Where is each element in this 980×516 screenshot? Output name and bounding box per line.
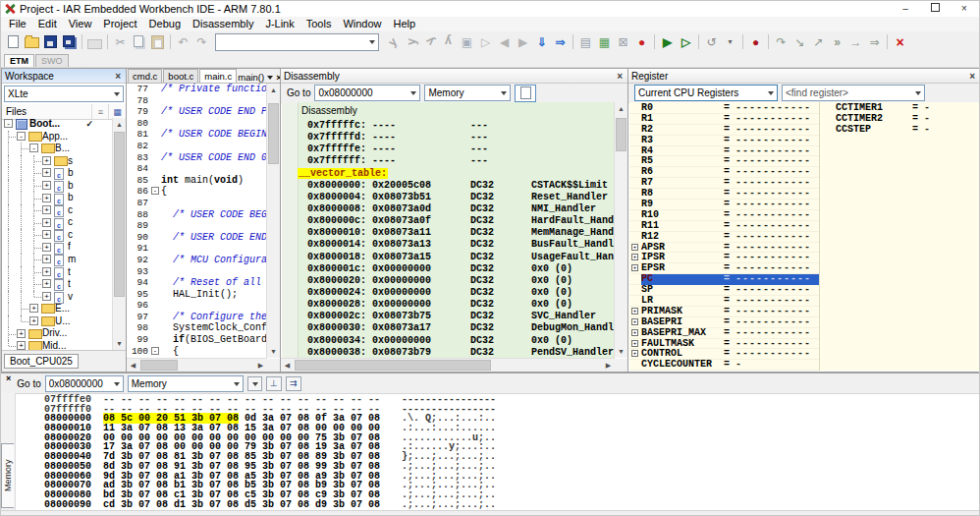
tree-collapse-icon[interactable]: -: [17, 132, 26, 141]
register-row[interactable]: R3=-----------: [629, 136, 819, 146]
reset-icon[interactable]: ↺: [703, 33, 720, 50]
tree-expand-icon[interactable]: +: [42, 218, 51, 227]
fold-collapse-icon[interactable]: -: [151, 347, 159, 355]
register-row[interactable]: CCSTEP=-: [820, 125, 979, 136]
disassembly-row[interactable]: 0x8000018: 0x08073a15DC32UsageFault_Han: [298, 252, 615, 263]
expand-plus-icon[interactable]: +: [631, 350, 638, 357]
save-icon[interactable]: [42, 33, 59, 50]
tree-collapse-icon[interactable]: -: [29, 143, 38, 152]
register-group-combo[interactable]: Current CPU Registers: [634, 85, 778, 101]
disassembly-row[interactable]: 0x800000c: 0x08073a0fDC32HardFault_Hand: [298, 215, 615, 227]
tree-item[interactable]: +m: [3, 254, 113, 266]
stop-led-icon[interactable]: ●: [633, 33, 650, 50]
editor-line[interactable]: 96: [128, 300, 267, 312]
menu-item-file[interactable]: File: [3, 17, 32, 31]
disassembly-mode-combo[interactable]: Memory: [424, 85, 511, 101]
register-row[interactable]: CYCLECOUNTER=-: [629, 360, 819, 371]
tab-etm[interactable]: ETM: [4, 54, 34, 67]
find-register-combo[interactable]: <find register>: [782, 85, 925, 101]
tree-item[interactable]: +b: [3, 167, 113, 180]
tree-item[interactable]: +t: [3, 266, 113, 279]
download-debug-icon[interactable]: ▶: [659, 33, 676, 50]
open-file-icon[interactable]: [24, 33, 40, 50]
disassembly-row[interactable]: 0x7fffffe: -------: [298, 143, 615, 155]
scroll-thumb[interactable]: [616, 118, 626, 151]
editor-line[interactable]: 85int main(void): [128, 175, 267, 187]
editor-line[interactable]: 90 /* USER CODE END: [128, 232, 267, 244]
bar-arrow-icon[interactable]: ⊥: [266, 376, 282, 391]
tree-expand-icon[interactable]: +: [42, 181, 51, 190]
go-icon[interactable]: ⇒: [866, 33, 883, 50]
redo-icon[interactable]: ↷: [193, 33, 210, 50]
editor-line[interactable]: 78: [128, 95, 267, 107]
tree-expand-icon[interactable]: +: [42, 279, 51, 288]
window-grid-icon[interactable]: ▣: [459, 33, 475, 50]
tree-item[interactable]: +Driv...: [3, 327, 113, 340]
download-build-icon[interactable]: ⇒: [552, 33, 569, 50]
next-statement-icon[interactable]: »: [829, 33, 845, 50]
expand-plus-icon[interactable]: +: [631, 329, 638, 336]
scroll-down-icon[interactable]: ▼: [267, 345, 280, 358]
tree-item[interactable]: +b: [3, 192, 113, 204]
print-icon[interactable]: [86, 33, 103, 50]
workspace-scrollbar[interactable]: ▲ ▼: [112, 118, 126, 350]
disassembly-row[interactable]: 0x8000030: 0x08073a17DC32DebugMon_Handl: [298, 322, 615, 334]
tree-item[interactable]: -App...: [3, 131, 113, 143]
disassembly-vertical-scrollbar[interactable]: ▲ ▼: [614, 102, 627, 358]
menu-item-window[interactable]: Window: [337, 17, 387, 31]
multi-block-icon[interactable]: ▦: [596, 33, 613, 50]
tree-expand-icon[interactable]: +: [42, 292, 51, 301]
disassembly-row[interactable]: 0x8000008: 0x08073a0dDC32NMI_Handler: [298, 203, 615, 215]
editor-line[interactable]: 87: [128, 198, 267, 209]
disassembly-row[interactable]: 0x8000034: 0x00000000DC320x0 (0): [298, 335, 615, 347]
file-edit-icon[interactable]: ▤: [577, 33, 594, 50]
maximize-button[interactable]: [920, 1, 950, 17]
disassembly-goto-combo[interactable]: 0x08000000: [314, 85, 420, 101]
menu-item-disassembly[interactable]: Disassembly: [187, 17, 259, 31]
editor-line[interactable]: 81/* USER CODE BEGIN: [128, 129, 267, 141]
scroll-thumb[interactable]: [268, 103, 279, 164]
close-button[interactable]: ×: [950, 1, 979, 17]
memory-side-tab[interactable]: Memory: [1, 443, 14, 508]
editor-line[interactable]: 80: [128, 118, 267, 130]
disassembly-row[interactable]: 0x8000004: 0x08073b51DC32Reset_Handler: [298, 192, 615, 203]
tree-item[interactable]: +f: [3, 241, 113, 254]
tree-item[interactable]: +U...: [3, 315, 113, 328]
tree-expand-icon[interactable]: +: [29, 304, 38, 313]
minimize-button[interactable]: –: [891, 1, 920, 17]
expand-plus-icon[interactable]: +: [631, 308, 638, 315]
scroll-down-icon[interactable]: ▼: [113, 337, 126, 350]
function-selector[interactable]: main(): [238, 72, 264, 83]
bubble-forward-icon[interactable]: ▶: [515, 33, 531, 50]
scroll-thumb[interactable]: [295, 360, 491, 371]
nav-fork-list-icon[interactable]: y: [440, 33, 457, 50]
disassembly-row[interactable]: 0x8000010: 0x08073a11DC32MemManage_Hand: [298, 227, 615, 239]
memory-row[interactable]: 08000090cd 3b 07 08 d1 3b 07 08 d5 3b 07…: [15, 500, 980, 510]
scroll-down-icon[interactable]: ▼: [615, 345, 627, 358]
tree-expand-icon[interactable]: +: [42, 255, 51, 263]
editor-line[interactable]: 89: [128, 220, 267, 232]
new-document-icon[interactable]: [5, 33, 22, 50]
tree-expand-icon[interactable]: +: [42, 194, 51, 202]
disassembly-row[interactable]: 0x8000000: 0x20005c08DC32CSTACK$$Limit: [298, 180, 615, 192]
tab-boot-c[interactable]: boot.c: [163, 69, 198, 83]
run-to-cursor-icon[interactable]: →: [847, 33, 864, 50]
memory-window-button[interactable]: [515, 85, 536, 102]
tree-expand-icon[interactable]: +: [29, 316, 38, 325]
debug-without-download-icon[interactable]: ▷: [678, 33, 694, 50]
menu-item-view[interactable]: View: [63, 17, 98, 31]
disassembly-close-icon[interactable]: ×: [615, 71, 625, 82]
tree-expand-icon[interactable]: +: [42, 267, 51, 276]
disassembly-view[interactable]: Disassembly 0x7fffffc: -------0x7fffffd:…: [282, 102, 615, 358]
scroll-thumb[interactable]: [140, 360, 178, 371]
memory-zone-combo[interactable]: Memory: [128, 375, 244, 392]
tab-cmd-c[interactable]: cmd.c: [128, 69, 162, 83]
scroll-left-icon[interactable]: ◀: [127, 359, 139, 372]
tree-item[interactable]: +v: [3, 291, 113, 304]
undo-icon[interactable]: ↶: [175, 33, 191, 50]
disassembly-horizontal-scrollbar[interactable]: ◀ ▶: [281, 358, 615, 372]
reset-options-chevron-icon[interactable]: ▾: [722, 33, 738, 50]
disassembly-row[interactable]: 0x800002c: 0x08073b75DC32SVC_Handler: [298, 311, 615, 322]
workspace-close-icon[interactable]: ×: [113, 71, 123, 82]
editor-line[interactable]: 88 /* USER CODE BEG: [128, 209, 267, 221]
